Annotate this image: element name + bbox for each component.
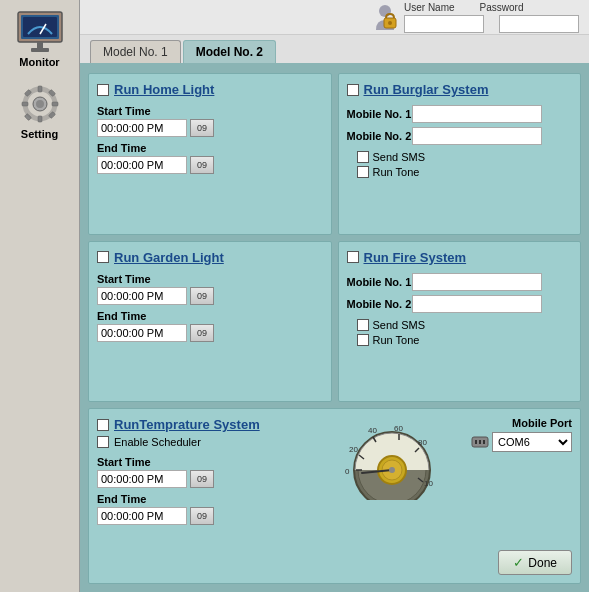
burglar-mobile2-label: Mobile No. 2 bbox=[347, 130, 412, 142]
enable-scheduler-label: Enable Scheduler bbox=[114, 436, 201, 448]
home-light-checkbox[interactable] bbox=[97, 84, 109, 96]
temp-start-row: 09 bbox=[97, 470, 322, 488]
fire-mobile2-label: Mobile No. 2 bbox=[347, 298, 412, 310]
burglar-mobile2-input[interactable] bbox=[412, 127, 542, 145]
tabs-container: Model No. 1 Model No. 2 bbox=[80, 35, 589, 65]
garden-light-end-label: End Time bbox=[97, 310, 323, 322]
home-light-title-row: Run Home Light bbox=[97, 82, 323, 97]
burglar-title: Run Burglar System bbox=[364, 82, 489, 97]
burglar-sms-checkbox[interactable] bbox=[357, 151, 369, 163]
gauge-dial: 0 10 20 40 60 bbox=[335, 415, 450, 500]
garden-light-start-group: Start Time 09 bbox=[97, 273, 323, 305]
home-light-start-row: 09 bbox=[97, 119, 323, 137]
mobile-port-label: Mobile Port bbox=[512, 417, 572, 429]
fire-mobile1-row: Mobile No. 1 bbox=[347, 273, 573, 291]
auth-section: User Name Password bbox=[371, 2, 579, 33]
fire-section: Run Fire System Mobile No. 1 Mobile No. … bbox=[338, 241, 582, 403]
home-light-start-calendar[interactable]: 09 bbox=[190, 119, 214, 137]
mobile-port-section: Mobile Port COM6 COM1 bbox=[471, 417, 572, 452]
svg-rect-5 bbox=[31, 48, 49, 52]
auth-inputs bbox=[404, 15, 579, 33]
svg-point-18 bbox=[36, 100, 44, 108]
burglar-checkbox[interactable] bbox=[347, 84, 359, 96]
burglar-mobile1-label: Mobile No. 1 bbox=[347, 108, 412, 120]
fire-sms-checkbox[interactable] bbox=[357, 319, 369, 331]
username-label: User Name bbox=[404, 2, 455, 13]
svg-point-19 bbox=[379, 5, 391, 17]
sidebar: Monitor bbox=[0, 0, 80, 592]
temp-end-input[interactable] bbox=[97, 507, 187, 525]
burglar-tone-label: Run Tone bbox=[373, 166, 420, 178]
svg-rect-4 bbox=[37, 42, 43, 48]
monitor-icon bbox=[12, 9, 67, 54]
burglar-sms-row: Send SMS bbox=[357, 151, 573, 163]
garden-light-title: Run Garden Light bbox=[114, 250, 224, 265]
garden-light-end-calendar[interactable]: 09 bbox=[190, 324, 214, 342]
username-input[interactable] bbox=[404, 15, 484, 33]
temp-title: RunTemprature System bbox=[114, 417, 260, 432]
home-light-start-input[interactable] bbox=[97, 119, 187, 137]
done-label: Done bbox=[528, 556, 557, 570]
home-light-end-group: End Time 09 bbox=[97, 142, 323, 174]
svg-rect-41 bbox=[475, 440, 477, 444]
password-label: Password bbox=[480, 2, 524, 13]
temp-start-label: Start Time bbox=[97, 456, 322, 468]
tab-model-2[interactable]: Model No. 2 bbox=[183, 40, 276, 63]
port-select[interactable]: COM6 COM1 COM2 COM3 COM4 COM5 bbox=[492, 432, 572, 452]
garden-light-start-label: Start Time bbox=[97, 273, 323, 285]
garden-light-section: Run Garden Light Start Time 09 End Time bbox=[88, 241, 332, 403]
home-light-start-group: Start Time 09 bbox=[97, 105, 323, 137]
garden-light-end-input[interactable] bbox=[97, 324, 187, 342]
burglar-tone-checkbox[interactable] bbox=[357, 166, 369, 178]
garden-light-checkbox[interactable] bbox=[97, 251, 109, 263]
port-select-row: COM6 COM1 COM2 COM3 COM4 COM5 bbox=[471, 432, 572, 452]
home-light-end-input[interactable] bbox=[97, 156, 187, 174]
temp-checkbox[interactable] bbox=[97, 419, 109, 431]
temp-start-input[interactable] bbox=[97, 470, 187, 488]
garden-light-start-calendar[interactable]: 09 bbox=[190, 287, 214, 305]
temp-end-calendar[interactable]: 09 bbox=[190, 507, 214, 525]
home-light-end-row: 09 bbox=[97, 156, 323, 174]
temp-end-label: End Time bbox=[97, 493, 322, 505]
done-button[interactable]: ✓ Done bbox=[498, 550, 572, 575]
svg-text:20: 20 bbox=[349, 445, 358, 454]
sidebar-item-setting[interactable]: Setting bbox=[5, 77, 75, 144]
garden-light-end-group: End Time 09 bbox=[97, 310, 323, 342]
burglar-tone-row: Run Tone bbox=[357, 166, 573, 178]
garden-light-end-row: 09 bbox=[97, 324, 323, 342]
content-area: User Name Password Model No. 1 Model No.… bbox=[80, 0, 589, 592]
temp-end-row: 09 bbox=[97, 507, 322, 525]
svg-point-39 bbox=[389, 467, 395, 473]
garden-light-start-input[interactable] bbox=[97, 287, 187, 305]
svg-rect-43 bbox=[483, 440, 485, 444]
gauge-container: 0 10 20 40 60 bbox=[332, 417, 452, 497]
temp-start-calendar[interactable]: 09 bbox=[190, 470, 214, 488]
fire-title-row: Run Fire System bbox=[347, 250, 573, 265]
enable-scheduler-row: Enable Scheduler bbox=[97, 436, 322, 448]
temp-start-group: Start Time 09 bbox=[97, 456, 322, 488]
home-light-section: Run Home Light Start Time 09 End Time bbox=[88, 73, 332, 235]
fire-sms-row: Send SMS bbox=[357, 319, 573, 331]
svg-text:40: 40 bbox=[368, 426, 377, 435]
fire-mobile1-label: Mobile No. 1 bbox=[347, 276, 412, 288]
burglar-sms-label: Send SMS bbox=[373, 151, 426, 163]
home-light-end-calendar[interactable]: 09 bbox=[190, 156, 214, 174]
sidebar-item-monitor[interactable]: Monitor bbox=[5, 5, 75, 72]
svg-text:10: 10 bbox=[424, 479, 433, 488]
fire-mobile2-input[interactable] bbox=[412, 295, 542, 313]
gear-icon bbox=[12, 81, 67, 126]
tab-model-1[interactable]: Model No. 1 bbox=[90, 40, 181, 63]
temp-title-row: RunTemprature System bbox=[97, 417, 322, 432]
svg-text:80: 80 bbox=[418, 438, 427, 447]
password-input[interactable] bbox=[499, 15, 579, 33]
temperature-section: RunTemprature System Enable Scheduler St… bbox=[88, 408, 581, 584]
fire-tone-checkbox[interactable] bbox=[357, 334, 369, 346]
auth-labels: User Name Password bbox=[404, 2, 579, 14]
fire-checkbox[interactable] bbox=[347, 251, 359, 263]
fire-mobile1-input[interactable] bbox=[412, 273, 542, 291]
fire-tone-row: Run Tone bbox=[357, 334, 573, 346]
burglar-mobile1-input[interactable] bbox=[412, 105, 542, 123]
fire-mobile2-row: Mobile No. 2 bbox=[347, 295, 573, 313]
enable-scheduler-checkbox[interactable] bbox=[97, 436, 109, 448]
sidebar-monitor-label: Monitor bbox=[19, 56, 59, 68]
